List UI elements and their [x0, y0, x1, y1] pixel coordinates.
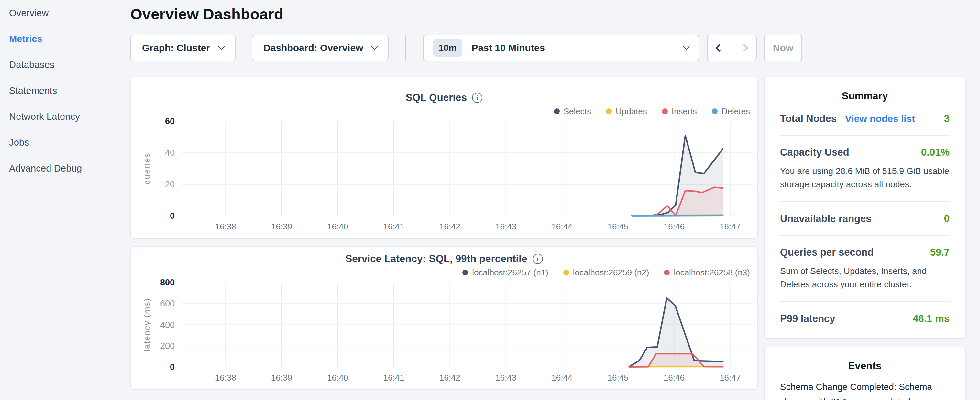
svg-text:600: 600 [160, 299, 175, 308]
series-dot-icon [712, 108, 718, 114]
chevron-left-icon [716, 44, 724, 52]
svg-text:latency (ms): latency (ms) [142, 298, 152, 352]
legend-item: localhost:26259 (n2) [563, 268, 649, 278]
chart-svg: 16:3816:3916:4016:4116:4216:4316:4416:45… [131, 279, 757, 388]
chart-legend: SelectsUpdatesInsertsDeletes [131, 105, 757, 118]
summary-row-qps: Queries per second 59.7 Sum of Selects, … [780, 236, 950, 291]
svg-text:16:39: 16:39 [271, 373, 292, 382]
svg-text:16:40: 16:40 [327, 373, 348, 382]
time-range-badge: 10m [433, 39, 462, 57]
time-forward-button[interactable] [732, 35, 757, 61]
sidebar-item-overview[interactable]: Overview [0, 0, 130, 26]
chart-title-row: Service Latency: SQL, 99th percentile i [131, 252, 757, 266]
series-dot-icon [554, 108, 560, 114]
controls-divider [406, 35, 406, 61]
view-nodes-list-link[interactable]: View nodes list [845, 113, 915, 124]
svg-text:40: 40 [165, 148, 175, 158]
summary-row-capacity: Capacity Used 0.01% You are using 28.6 M… [780, 135, 950, 191]
graph-scope-dropdown[interactable]: Graph: Cluster [130, 35, 235, 61]
p99-latency-value: 46.1 ms [913, 313, 950, 325]
graph-scope-label: Graph: Cluster [142, 42, 210, 53]
chevron-down-icon [218, 43, 225, 50]
svg-text:16:43: 16:43 [495, 222, 516, 231]
right-column: Summary Total Nodes View nodes list 3 Ca… [764, 77, 966, 400]
svg-text:60: 60 [165, 118, 175, 126]
svg-text:16:47: 16:47 [719, 222, 741, 231]
event-list-item[interactable]: Schema Change Completed: Schema change w… [780, 379, 950, 400]
svg-text:16:44: 16:44 [551, 222, 572, 231]
summary-panel: Summary Total Nodes View nodes list 3 Ca… [764, 77, 966, 339]
svg-text:16:46: 16:46 [663, 222, 685, 231]
svg-text:16:44: 16:44 [551, 373, 572, 382]
chart-title: Service Latency: SQL, 99th percentile [345, 253, 527, 265]
svg-text:16:41: 16:41 [383, 222, 404, 231]
svg-text:16:46: 16:46 [663, 373, 685, 382]
svg-text:0: 0 [170, 362, 175, 372]
time-back-button[interactable] [707, 35, 732, 61]
sidebar-item-databases[interactable]: Databases [0, 52, 130, 78]
total-nodes-label: Total Nodes [780, 113, 837, 124]
content-row: SQL Queries i SelectsUpdatesInsertsDelet… [130, 77, 966, 400]
svg-text:20: 20 [165, 180, 175, 189]
time-range-dropdown[interactable]: 10m Past 10 Minutes [423, 35, 699, 61]
sidebar-item-network-latency[interactable]: Network Latency [0, 104, 130, 129]
info-icon[interactable]: i [472, 92, 482, 103]
legend-item: Inserts [662, 107, 697, 116]
dashboard-controls: Graph: Cluster Dashboard: Overview 10m P… [130, 35, 966, 61]
chart-title-row: SQL Queries i [131, 91, 757, 105]
sidebar-nav: Overview Metrics Databases Statements Ne… [0, 0, 130, 400]
main-content: Overview Dashboard Graph: Cluster Dashbo… [130, 0, 980, 400]
svg-text:16:42: 16:42 [439, 222, 460, 231]
chevron-down-icon [371, 43, 378, 50]
svg-text:16:45: 16:45 [608, 222, 628, 231]
charts-column: SQL Queries i SelectsUpdatesInsertsDelet… [130, 77, 758, 390]
svg-text:0: 0 [170, 211, 175, 221]
legend-item: Updates [606, 107, 647, 116]
chart-title: SQL Queries [406, 92, 467, 104]
sidebar-item-metrics[interactable]: Metrics [0, 26, 130, 52]
info-icon[interactable]: i [533, 254, 543, 264]
legend-item: localhost:26257 (n1) [462, 268, 549, 278]
capacity-used-label: Capacity Used [780, 147, 849, 158]
events-title: Events [780, 360, 950, 372]
svg-text:16:40: 16:40 [327, 222, 348, 231]
dashboard-dropdown[interactable]: Dashboard: Overview [252, 35, 388, 61]
qps-label: Queries per second [780, 247, 873, 258]
spacer [235, 35, 252, 61]
service-latency-chart-panel: Service Latency: SQL, 99th percentile i … [130, 246, 758, 390]
svg-text:queries: queries [142, 153, 152, 185]
now-button[interactable]: Now [764, 35, 802, 61]
event-message: Schema Change Completed: Schema change w… [780, 379, 950, 400]
svg-text:400: 400 [160, 320, 175, 330]
unavailable-ranges-label: Unavailable ranges [780, 213, 872, 225]
svg-text:16:45: 16:45 [608, 373, 628, 382]
legend-item: Selects [554, 107, 591, 116]
time-range-label: Past 10 Minutes [472, 42, 675, 53]
svg-text:16:38: 16:38 [215, 373, 236, 382]
sidebar-item-advanced-debug[interactable]: Advanced Debug [0, 155, 130, 181]
svg-text:16:43: 16:43 [495, 373, 516, 382]
legend-item: localhost:26258 (n3) [664, 268, 750, 278]
dashboard-label: Dashboard: Overview [263, 42, 363, 53]
summary-row-p99: P99 latency 46.1 ms [780, 302, 950, 325]
time-pager [707, 35, 757, 61]
capacity-used-description: You are using 28.6 MiB of 515.9 GiB usab… [780, 165, 950, 191]
svg-text:16:41: 16:41 [383, 373, 404, 382]
summary-row-unavailable-ranges: Unavailable ranges 0 [780, 202, 950, 225]
capacity-used-value: 0.01% [921, 147, 950, 158]
svg-text:16:42: 16:42 [439, 373, 460, 382]
events-panel: Events Schema Change Completed: Schema c… [764, 347, 966, 400]
qps-value: 59.7 [930, 247, 950, 258]
svg-text:16:47: 16:47 [719, 373, 741, 382]
qps-description: Sum of Selects, Updates, Inserts, and De… [780, 265, 950, 291]
svg-text:800: 800 [160, 279, 175, 287]
series-dot-icon [462, 269, 468, 276]
svg-text:16:39: 16:39 [271, 222, 292, 231]
sql-queries-plot: 16:3816:3916:4016:4116:4216:4316:4416:45… [131, 118, 757, 238]
chart-svg: 16:3816:3916:4016:4116:4216:4316:4416:45… [131, 118, 757, 237]
p99-latency-label: P99 latency [780, 313, 835, 325]
summary-title: Summary [780, 90, 950, 102]
chevron-down-icon [683, 43, 690, 50]
sidebar-item-jobs[interactable]: Jobs [0, 129, 130, 155]
sidebar-item-statements[interactable]: Statements [0, 78, 130, 104]
